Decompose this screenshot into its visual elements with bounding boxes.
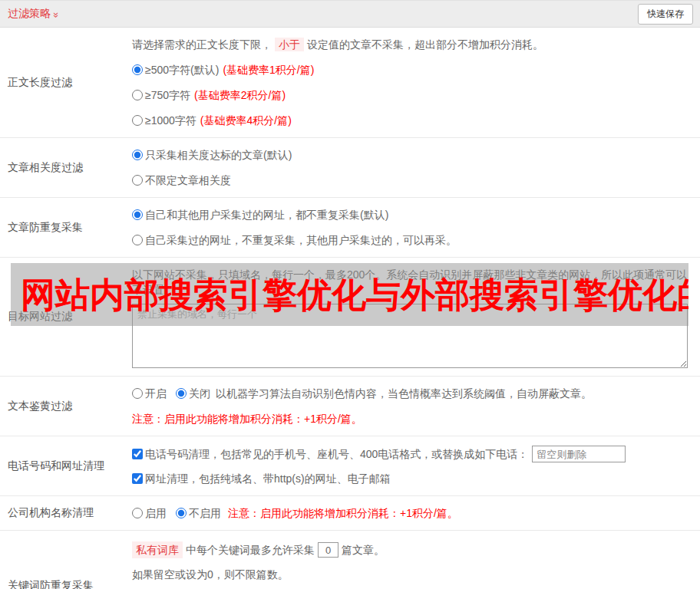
phone-clean-checkbox[interactable] — [132, 449, 143, 459]
length-option-1000[interactable]: ≥1000字符 (基础费率4积分/篇) — [132, 113, 694, 128]
length-option-500[interactable]: ≥500字符(默认) (基础费率1积分/篇) — [132, 62, 694, 77]
url-clean-option[interactable]: 网址清理，包括纯域名、带http(s)的网址、电子邮箱 — [132, 471, 694, 486]
option-label: 自己采集过的网址，不重复采集，其他用户采集过的，可以再采。 — [145, 232, 457, 248]
length-500-radio[interactable] — [132, 64, 143, 75]
keyword-note-zero: 如果留空或设为0，则不限篇数。 — [132, 567, 694, 582]
fee-note: (基础费率1积分/篇) — [223, 62, 314, 77]
keyword-limit-text: 中每个关键词最多允许采集 — [186, 542, 315, 558]
row-phone-url-clean: 电话号码和网址清理 电话号码清理，包括常见的手机号、座机号、400电话格式，或替… — [0, 436, 700, 496]
relevance-option-strict[interactable]: 只采集相关度达标的文章(默认) — [132, 147, 694, 163]
length-750-radio[interactable] — [132, 90, 143, 100]
quick-save-button[interactable]: 快速保存 — [638, 4, 693, 25]
company-clean-on-radio[interactable] — [132, 508, 143, 518]
row-relevance-filter: 文章相关度过滤 只采集相关度达标的文章(默认) 不限定文章相关度 — [0, 138, 700, 198]
row-label: 正文长度过滤 — [0, 28, 132, 137]
porn-on-option[interactable]: 开启 — [132, 386, 167, 401]
page-title[interactable]: 过滤策略 — [8, 7, 51, 21]
length-1000-radio[interactable] — [132, 115, 143, 126]
relevance-any-radio[interactable] — [132, 175, 143, 186]
option-label: 自己和其他用户采集过的网址，都不重复采集(默认) — [145, 207, 388, 222]
option-label: ≥500字符(默认) — [145, 62, 219, 77]
company-clean-note: 注意：启用此功能将增加积分消耗：+1积分/篇。 — [228, 505, 458, 521]
row-label: 公司机构名称清理 — [0, 496, 132, 530]
row-label: 文章防重复采集 — [0, 198, 132, 257]
keyword-limit-input[interactable] — [318, 542, 338, 558]
private-lexicon-badge: 私有词库 — [132, 541, 183, 558]
dedup-option-global[interactable]: 自己和其他用户采集过的网址，都不重复采集(默认) — [132, 207, 694, 222]
row-keyword-dedup: 关键词防重复采集 私有词库 中每个关键词最多允许采集 篇文章。 如果留空或设为0… — [0, 531, 700, 589]
option-label: 不启用 — [189, 505, 221, 521]
row-length-filter: 正文长度过滤 请选择需求的正文长度下限，小于设定值的文章不采集，超出部分不增加积… — [0, 28, 700, 138]
fee-note: (基础费率2积分/篇) — [194, 87, 286, 103]
desc-text: 请选择需求的正文长度下限， — [132, 38, 272, 51]
row-company-clean: 公司机构名称清理 启用 不启用 注意：启用此功能将增加积分消耗：+1积分/篇。 — [0, 496, 700, 531]
option-label: 不限定文章相关度 — [145, 173, 231, 188]
row-site-filter: 目标网站过滤 以下网站不采集，只填域名，每行一个，最多200个。系统会自动识别并… — [0, 258, 700, 377]
relevance-strict-radio[interactable] — [132, 150, 143, 160]
keyword-limit-line: 私有词库 中每个关键词最多允许采集 篇文章。 — [132, 541, 694, 558]
porn-on-radio[interactable] — [132, 388, 143, 399]
porn-off-radio[interactable] — [176, 388, 187, 399]
row-label: 关键词防重复采集 — [0, 531, 132, 589]
desc-text: 设定值的文章不采集，超出部分不增加积分消耗。 — [307, 38, 543, 51]
row-porn-filter: 文本鉴黄过滤 开启 关闭 以机器学习算法自动识别色情内容，当色情概率达到系统阈值… — [0, 377, 700, 436]
porn-off-option[interactable]: 关闭 — [176, 386, 210, 401]
row-label: 目标网站过滤 — [0, 258, 132, 376]
less-than-badge: 小于 — [275, 38, 304, 51]
dedup-self-radio[interactable] — [132, 235, 143, 245]
option-label: 启用 — [145, 505, 167, 521]
option-label: ≥1000字符 — [145, 113, 196, 128]
row-label: 文本鉴黄过滤 — [0, 377, 132, 436]
option-label: ≥750字符 — [145, 87, 190, 103]
fee-note: (基础费率4积分/篇) — [200, 113, 292, 128]
url-clean-checkbox[interactable] — [132, 473, 143, 484]
row-dedup-filter: 文章防重复采集 自己和其他用户采集过的网址，都不重复采集(默认) 自己采集过的网… — [0, 198, 700, 258]
site-filter-desc: 以下网站不采集，只填域名，每行一个，最多200个。系统会自动识别并屏蔽那些非文章… — [132, 267, 694, 298]
dedup-option-self[interactable]: 自己采集过的网址，不重复采集，其他用户采集过的，可以再采。 — [132, 232, 694, 248]
blocked-sites-textarea[interactable] — [132, 304, 688, 368]
length-option-750[interactable]: ≥750字符 (基础费率2积分/篇) — [132, 87, 694, 103]
company-clean-on-option[interactable]: 启用 — [132, 505, 167, 521]
option-label: 关闭 — [189, 386, 210, 401]
option-label: 只采集相关度达标的文章(默认) — [145, 147, 292, 163]
replacement-phone-input[interactable] — [532, 446, 626, 462]
company-clean-off-option[interactable]: 不启用 — [176, 505, 221, 521]
row-label: 文章相关度过滤 — [0, 138, 132, 197]
dedup-global-radio[interactable] — [132, 209, 143, 220]
phone-clean-option: 电话号码清理，包括常见的手机号、座机号、400电话格式，或替换成如下电话： — [132, 446, 694, 462]
row-label: 电话号码和网址清理 — [0, 436, 132, 495]
chevron-double-down-icon: » — [51, 12, 61, 15]
option-label: 网址清理，包括纯域名、带http(s)的网址、电子邮箱 — [145, 471, 391, 486]
company-clean-off-radio[interactable] — [176, 508, 187, 518]
option-label: 开启 — [145, 386, 167, 401]
length-filter-desc: 请选择需求的正文长度下限，小于设定值的文章不采集，超出部分不增加积分消耗。 — [132, 37, 694, 52]
relevance-option-any[interactable]: 不限定文章相关度 — [132, 173, 694, 188]
topbar: 过滤策略 » 快速保存 — [0, 0, 700, 28]
porn-filter-note: 注意：启用此功能将增加积分消耗：+1积分/篇。 — [132, 411, 694, 426]
porn-filter-desc: 以机器学习算法自动识别色情内容，当色情概率达到系统阈值，自动屏蔽文章。 — [216, 386, 592, 401]
option-label: 电话号码清理，包括常见的手机号、座机号、400电话格式，或替换成如下电话： — [145, 446, 528, 462]
keyword-limit-suffix: 篇文章。 — [342, 542, 385, 558]
